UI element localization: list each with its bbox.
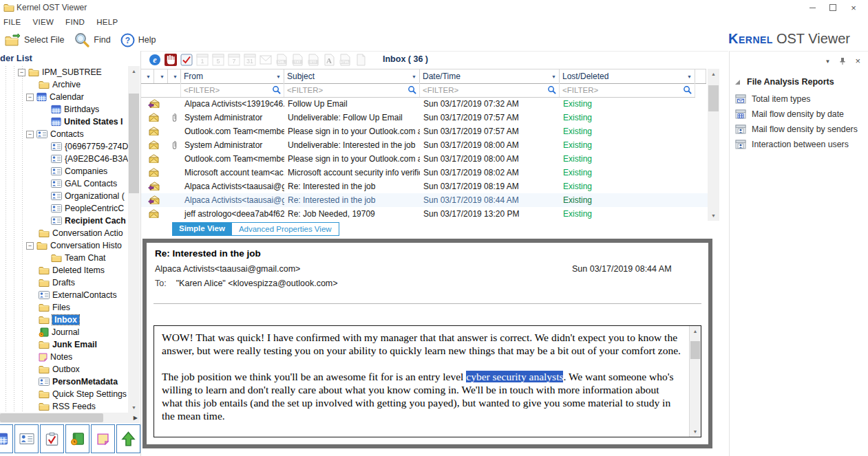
notes-button[interactable] <box>91 424 115 453</box>
list-vertical-scrollbar[interactable]: ▲ ▼ <box>708 69 719 221</box>
tree-item-gal-contacts[interactable]: GAL Contacts <box>0 177 128 190</box>
scroll-right-icon[interactable]: ▶ <box>134 413 138 423</box>
hand-icon[interactable] <box>164 54 177 67</box>
tasks-button[interactable] <box>40 424 64 453</box>
tree-item-files[interactable]: Files <box>0 301 128 314</box>
help-button[interactable]: ? Help <box>120 33 156 47</box>
tree-item-archive[interactable]: Archive <box>0 78 128 91</box>
mail-row[interactable]: System AdministratorUndeliverable: Inter… <box>141 138 708 152</box>
calendar-button[interactable] <box>0 424 13 453</box>
mail-row[interactable]: Alpaca Activists<taausai@g...Re: Interes… <box>141 180 708 193</box>
filter-input-lost-deleted[interactable]: <FILTER> <box>560 83 695 97</box>
collapse-expander-icon[interactable]: − <box>26 242 34 250</box>
menu-file[interactable]: FILE <box>3 18 21 26</box>
tree-item-birthdays[interactable]: Birthdays <box>0 103 128 116</box>
scroll-up-icon[interactable]: ▲ <box>708 69 719 79</box>
report-interaction-between-users[interactable]: Interaction between users <box>735 137 868 152</box>
tree-item-recipient-cach[interactable]: Recipient Cach <box>0 215 128 227</box>
scroll-thumb[interactable] <box>0 413 103 422</box>
menu-help[interactable]: HELP <box>96 18 118 26</box>
tree-vertical-scrollbar[interactable]: ▲ ▼ <box>128 66 140 413</box>
tree-item-junk-email[interactable]: Junk Email <box>0 338 128 351</box>
mail-row[interactable]: jeff astrologo<deea7ab4f62...Re: Job Nee… <box>141 207 708 221</box>
panel-close-icon[interactable]: × <box>855 58 860 65</box>
menu-view[interactable]: VIEW <box>33 18 54 26</box>
scroll-up-icon[interactable]: ▲ <box>128 66 140 76</box>
filter-input-date-time[interactable]: <FILTER> <box>420 83 560 97</box>
tree-item-conversation-histo[interactable]: −Conversation Histo <box>0 239 128 252</box>
tree-item-journal[interactable]: Journal <box>0 326 128 338</box>
tree-item-rss-feeds[interactable]: RSS Feeds <box>0 400 128 413</box>
tree-item-calendar[interactable]: −Calendar <box>0 91 128 103</box>
find-button[interactable]: Find <box>74 32 110 47</box>
select-file-button[interactable]: Select File <box>4 34 64 47</box>
tree-item-companies[interactable]: Companies <box>0 165 128 177</box>
collapse-expander-icon[interactable]: − <box>26 94 34 101</box>
tree-item-conversation-actio[interactable]: Conversation Actio <box>0 227 128 239</box>
column-header-lost-deleted[interactable]: Lost/Deleted▼ <box>560 69 695 83</box>
column-header-from[interactable]: From▼ <box>181 69 284 83</box>
mail-row[interactable]: Outlook.com Team<member...Please sign in… <box>141 124 708 138</box>
tree-item-outbox[interactable]: Outbox <box>0 363 128 376</box>
tab-simple-view[interactable]: Simple View <box>172 222 232 236</box>
tree-item-06967759-274d[interactable]: {06967759-274D <box>0 140 128 153</box>
mail-row[interactable]: Alpaca Activists<13919c46...Follow Up Em… <box>141 97 708 111</box>
contacts-button[interactable] <box>14 424 39 453</box>
panel-dropdown-icon[interactable]: ▼ <box>825 58 830 65</box>
dropdown-arrow-icon[interactable]: ▼ <box>276 74 281 79</box>
tree-item-organizational[interactable]: Organizational ( <box>0 190 128 202</box>
mail-row[interactable]: Microsoft account team<ac...Microsoft ac… <box>141 166 708 180</box>
pin-icon[interactable] <box>839 57 846 65</box>
scroll-down-icon[interactable]: ▼ <box>690 426 701 437</box>
collapse-expander-icon[interactable]: − <box>18 69 25 76</box>
report-total-item-types[interactable]: Total item types <box>735 91 868 107</box>
dropdown-arrow-icon[interactable]: ▼ <box>551 74 556 79</box>
filter-input-from[interactable]: <FILTER> <box>181 83 284 97</box>
tree-item-drafts[interactable]: Drafts <box>0 276 128 289</box>
restore-button[interactable] <box>823 0 843 15</box>
tree-item-peoplecentricc[interactable]: PeopleCentricC <box>0 202 128 215</box>
tree-item-personmetadata[interactable]: PersonMetadata <box>0 376 128 388</box>
collapse-expander-icon[interactable]: − <box>26 131 34 138</box>
tree-item-ipm-subtree[interactable]: −IPM_SUBTREE <box>0 66 128 78</box>
tree-item-a9e2bc46-b3a[interactable]: {A9E2BC46-B3A <box>0 153 128 165</box>
scroll-thumb[interactable] <box>708 85 719 111</box>
scroll-down-icon[interactable]: ▼ <box>128 402 140 413</box>
search-icon[interactable] <box>407 85 416 94</box>
header-selector-cell[interactable]: ▼ <box>141 69 154 83</box>
search-icon[interactable] <box>683 85 692 94</box>
dropdown-arrow-icon[interactable]: ▼ <box>173 74 178 79</box>
tree-horizontal-scrollbar[interactable]: ▶ <box>0 413 140 423</box>
tree-item-quick-step-settings[interactable]: Quick Step Settings <box>0 388 128 400</box>
collapse-triangle-icon[interactable] <box>735 80 740 85</box>
tree-item-contacts[interactable]: −Contacts <box>0 128 128 140</box>
task-check-icon[interactable] <box>180 54 193 67</box>
mail-row[interactable]: Outlook.com Team<member...Please sign in… <box>141 152 708 166</box>
report-mail-flow-by-senders[interactable]: Mail flow density by senders <box>735 122 868 137</box>
ie-icon[interactable]: e <box>148 54 161 67</box>
tree-item-inbox[interactable]: Inbox <box>0 314 128 326</box>
dropdown-arrow-icon[interactable]: ▼ <box>146 74 151 79</box>
header-selector-cell[interactable]: ▼ <box>168 69 181 83</box>
minimize-button[interactable] <box>802 0 823 15</box>
menu-find[interactable]: FIND <box>65 18 85 26</box>
close-button[interactable]: × <box>843 0 864 15</box>
mail-row[interactable]: Alpaca Activists<taausai@g...Re: Interes… <box>141 193 708 207</box>
scroll-thumb[interactable] <box>129 94 139 193</box>
body-vertical-scrollbar[interactable]: ▲ ▼ <box>689 326 701 437</box>
dropdown-arrow-icon[interactable]: ▼ <box>160 74 165 79</box>
up-button[interactable] <box>116 424 140 453</box>
search-icon[interactable] <box>272 85 281 94</box>
tab-advanced-properties-view[interactable]: Advanced Properties View <box>232 222 339 236</box>
column-header-date-time[interactable]: Date/Time▼ <box>420 69 560 83</box>
tree-item-team-chat[interactable]: Team Chat <box>0 252 128 264</box>
search-icon[interactable] <box>547 85 556 94</box>
dropdown-arrow-icon[interactable]: ▼ <box>412 74 416 79</box>
tree-item-deleted-items[interactable]: Deleted Items <box>0 264 128 276</box>
tree-item-notes[interactable]: Notes <box>0 351 128 363</box>
scroll-down-icon[interactable]: ▼ <box>708 210 719 221</box>
filter-input-subject[interactable]: <FILTER> <box>284 83 420 97</box>
mail-row[interactable]: System AdministratorUndeliverable: Follo… <box>141 111 708 124</box>
scroll-up-icon[interactable]: ▲ <box>690 326 701 336</box>
tree-item-united-states-i[interactable]: United States I <box>0 116 128 128</box>
